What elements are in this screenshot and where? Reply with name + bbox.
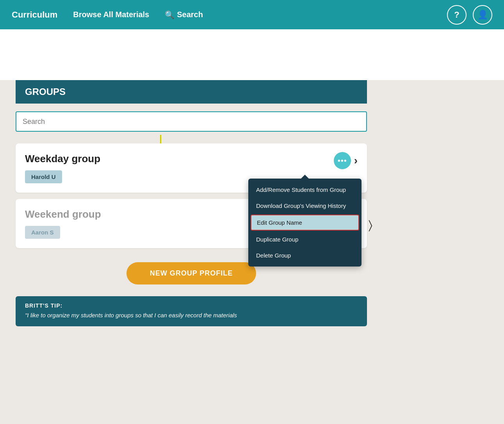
- britts-tip-title: BRITT'S TIP:: [25, 302, 358, 309]
- weekday-arrow-button[interactable]: ›: [354, 154, 358, 167]
- groups-search-input[interactable]: [16, 111, 367, 132]
- dropdown-add-remove[interactable]: Add/Remove Students from Group: [248, 182, 362, 198]
- weekday-member-harold[interactable]: Harold U: [25, 170, 62, 183]
- groups-header: GROUPS: [16, 80, 367, 104]
- nav-search-label: Search: [177, 10, 203, 19]
- weekday-group-title: Weekday group: [25, 153, 358, 165]
- hand-cursor-icon: 〉: [369, 218, 372, 232]
- cursor-indicator: [160, 135, 161, 143]
- search-container: [16, 111, 367, 132]
- britts-tip: BRITT'S TIP: "I like to organize my stud…: [16, 296, 367, 326]
- help-icon: ?: [454, 10, 459, 20]
- nav-icons: ? 👤: [447, 5, 492, 25]
- help-button[interactable]: ?: [447, 5, 467, 25]
- user-icon: 👤: [477, 10, 488, 20]
- dropdown-duplicate[interactable]: Duplicate Group: [248, 231, 362, 247]
- group-dropdown-menu: Add/Remove Students from Group Download …: [248, 179, 362, 267]
- dropdown-edit-group-name[interactable]: Edit Group Name 〉: [251, 215, 359, 231]
- three-dot-icon: •••: [338, 156, 347, 165]
- weekday-group-actions: ••• › Add/Remove Students from Group Dow…: [334, 152, 358, 169]
- britts-tip-text: "I like to organize my students into gro…: [25, 311, 358, 320]
- nav-browse-link[interactable]: Browse All Materials: [73, 10, 149, 19]
- nav-search-link[interactable]: 🔍 Search: [165, 10, 203, 20]
- groups-wrapper: Weekday group Harold U ••• › Add/Remove …: [16, 104, 367, 338]
- search-icon: 🔍: [165, 10, 175, 20]
- dropdown-delete[interactable]: Delete Group: [248, 247, 362, 263]
- groups-section: GROUPS Weekday group Harold U •••: [0, 80, 504, 354]
- hero-space: [0, 29, 504, 80]
- navbar: Curriculum Browse All Materials 🔍 Search…: [0, 0, 504, 29]
- user-button[interactable]: 👤: [473, 5, 492, 25]
- nav-brand[interactable]: Curriculum: [12, 10, 57, 20]
- new-group-button[interactable]: NEW GROUP PROFILE: [126, 262, 256, 284]
- groups-title: GROUPS: [25, 86, 66, 97]
- weekday-three-dot-button[interactable]: •••: [334, 152, 351, 169]
- group-card-weekday: Weekday group Harold U ••• › Add/Remove …: [16, 143, 367, 193]
- chevron-right-icon: ›: [354, 154, 358, 166]
- dropdown-download[interactable]: Download Group's Viewing History: [248, 198, 362, 214]
- weekend-member-aaron[interactable]: Aaron S: [25, 226, 60, 239]
